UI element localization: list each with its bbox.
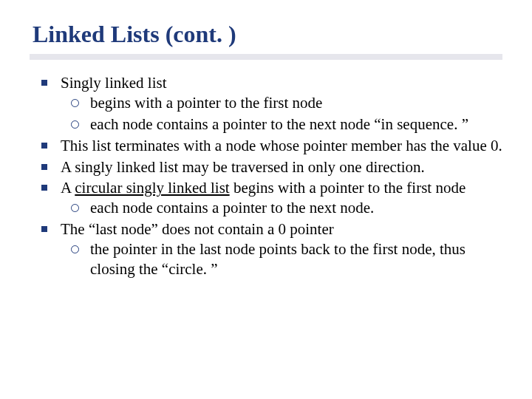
sub-item: each node contains a pointer to the next… bbox=[64, 198, 502, 218]
list-item: The “last node” does not contain a 0 poi… bbox=[34, 219, 502, 279]
list-item: This list terminates with a node whose p… bbox=[34, 136, 502, 156]
text: A bbox=[61, 179, 75, 197]
list-item: A singly linked list may be traversed in… bbox=[34, 157, 502, 177]
text: A singly linked list may be traversed in… bbox=[61, 158, 425, 176]
sublist: the pointer in the last node points back… bbox=[61, 239, 502, 279]
text: begins with a pointer to the first node bbox=[90, 94, 322, 112]
sub-item: begins with a pointer to the first node bbox=[64, 93, 502, 113]
text: each node contains a pointer to the next… bbox=[90, 115, 468, 133]
text: each node contains a pointer to the next… bbox=[90, 199, 374, 216]
sub-item: the pointer in the last node points back… bbox=[64, 239, 502, 279]
list-item: Singly linked list begins with a pointer… bbox=[34, 73, 502, 134]
text: begins with a pointer to the first node bbox=[230, 179, 466, 197]
slide-title: Linked Lists (cont. ) bbox=[30, 21, 502, 48]
text: the pointer in the last node points back… bbox=[90, 240, 466, 278]
bullet-list: Singly linked list begins with a pointer… bbox=[30, 73, 502, 279]
slide: Linked Lists (cont. ) Singly linked list… bbox=[0, 0, 532, 399]
underlined-term: circular singly linked list bbox=[75, 179, 229, 197]
text: The “last node” does not contain a 0 poi… bbox=[61, 220, 334, 238]
sub-item: each node contains a pointer to the next… bbox=[64, 115, 502, 134]
text: Singly linked list bbox=[61, 74, 167, 92]
sublist: each node contains a pointer to the next… bbox=[61, 198, 502, 218]
title-rule bbox=[30, 54, 502, 60]
slide-body: Singly linked list begins with a pointer… bbox=[30, 73, 502, 279]
list-item: A circular singly linked list begins wit… bbox=[34, 178, 502, 218]
sublist: begins with a pointer to the first node … bbox=[61, 93, 502, 134]
text: This list terminates with a node whose p… bbox=[61, 137, 502, 154]
